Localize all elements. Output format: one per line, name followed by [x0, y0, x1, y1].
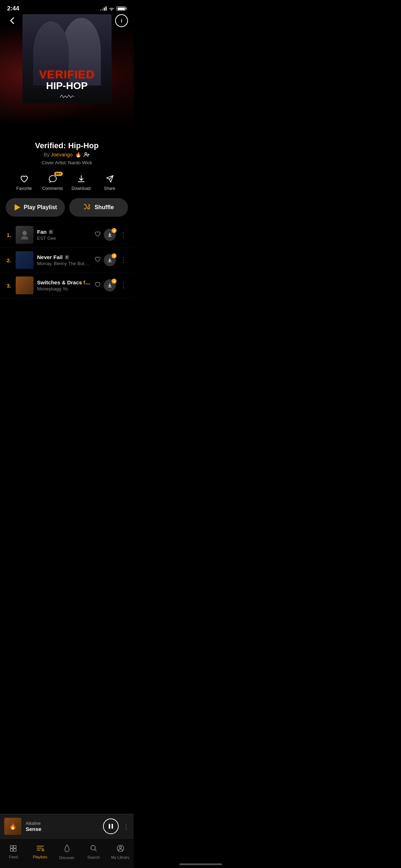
downloaded-star-icon: ★	[112, 253, 117, 258]
album-verified-text: VERIFIED	[22, 69, 112, 80]
explicit-badge: E	[49, 230, 53, 234]
play-icon	[15, 204, 20, 211]
wifi-icon	[109, 6, 114, 11]
track-artist: EST Gee	[37, 236, 91, 241]
track-item: 2. Never Fail E Morray, Benny The Butche…	[0, 248, 134, 273]
track-title: Never Fail	[37, 254, 63, 260]
share-icon	[105, 174, 115, 184]
track-download-button[interactable]: ★	[104, 254, 116, 266]
track-item: 3. Switches & Dracs feat. Lil... Moneyba…	[0, 273, 134, 298]
play-playlist-button[interactable]: Play Playlist	[6, 198, 65, 217]
track-actions: ★ ⋮	[94, 254, 128, 266]
comments-action[interactable]: 99+ Comments	[38, 174, 67, 191]
track-info: Switches & Dracs feat. Lil... Moneybagg …	[37, 279, 91, 291]
track-info: Fan E EST Gee	[37, 229, 91, 241]
play-label: Play Playlist	[24, 204, 57, 211]
signal-icon	[100, 6, 107, 11]
share-label: Share	[104, 186, 115, 191]
album-text: VERIFIED HIP-HOP	[22, 69, 112, 91]
info-button[interactable]: i	[115, 14, 128, 27]
fire-icon: 🔥	[75, 152, 81, 159]
track-artist: Morray, Benny The Butcher	[37, 261, 91, 266]
playlist-info: Verified: Hip-Hop By Joevango 🔥 Cover Ar…	[0, 135, 134, 170]
comments-label: Comments	[42, 186, 63, 191]
track-thumbnail	[16, 226, 34, 244]
track-favorite-button[interactable]	[94, 256, 101, 264]
album-hiphop-text: HIP-HOP	[22, 81, 112, 91]
by-label: By	[44, 152, 50, 157]
track-artist: Moneybagg Yo	[37, 286, 91, 291]
track-more-button[interactable]: ⋮	[119, 229, 128, 240]
downloaded-star-icon: ★	[112, 228, 117, 233]
album-art: VERIFIED HIP-HOP	[22, 14, 112, 103]
battery-icon	[117, 6, 127, 11]
status-time: 2:44	[7, 5, 19, 12]
track-number: 3.	[6, 283, 12, 289]
share-action[interactable]: Share	[96, 174, 124, 191]
track-thumbnail	[16, 277, 34, 294]
status-bar: 2:44	[0, 0, 134, 14]
hero-container: i VERIFIED HIP-HOP	[0, 14, 134, 135]
downloaded-star-icon: ★	[112, 279, 117, 284]
favorite-label: Favorite	[16, 186, 32, 191]
download-icon	[76, 174, 86, 184]
shuffle-button[interactable]: Shuffle	[69, 198, 128, 217]
audiomack-logo	[60, 94, 74, 100]
playlist-by: By Joevango 🔥	[7, 152, 127, 159]
back-button[interactable]	[6, 14, 19, 27]
track-actions: ★ ⋮	[94, 229, 128, 241]
explicit-badge: E	[65, 255, 69, 259]
author-link[interactable]: Joevango	[51, 152, 73, 157]
shuffle-label: Shuffle	[94, 204, 114, 211]
add-user-icon[interactable]	[83, 152, 90, 159]
favorite-action[interactable]: Favorite	[10, 174, 38, 191]
track-info: Never Fail E Morray, Benny The Butcher	[37, 254, 91, 266]
track-download-button[interactable]: ★	[104, 279, 116, 291]
track-list: 1. Fan E EST Gee	[0, 222, 134, 301]
shuffle-icon	[83, 203, 91, 212]
track-title: Switches & Dracs feat. Lil...	[37, 279, 91, 285]
action-row: Favorite 99+ Comments Download	[0, 170, 134, 195]
svg-point-1	[22, 231, 27, 235]
track-item: 1. Fan E EST Gee	[0, 222, 134, 248]
status-icons	[100, 6, 127, 11]
cover-artist: Cover Artist: Nardo Wick	[7, 160, 127, 165]
playlist-title: Verified: Hip-Hop	[7, 141, 127, 150]
track-more-button[interactable]: ⋮	[119, 280, 128, 291]
track-number: 2.	[6, 257, 12, 263]
svg-point-0	[85, 153, 87, 155]
track-number: 1.	[6, 232, 12, 238]
track-download-button[interactable]: ★	[104, 229, 116, 241]
track-more-button[interactable]: ⋮	[119, 255, 128, 265]
track-favorite-button[interactable]	[94, 231, 101, 239]
track-thumbnail	[16, 251, 34, 269]
track-actions: ★ ⋮	[94, 279, 128, 291]
info-icon: i	[121, 18, 122, 24]
download-label: Download	[72, 186, 91, 191]
comments-badge: 99+	[54, 172, 62, 176]
heart-icon	[19, 174, 29, 184]
track-favorite-button[interactable]	[94, 281, 101, 289]
track-title: Fan	[37, 229, 47, 235]
download-action[interactable]: Download	[67, 174, 96, 191]
play-shuffle-row: Play Playlist Shuffle	[0, 195, 134, 222]
